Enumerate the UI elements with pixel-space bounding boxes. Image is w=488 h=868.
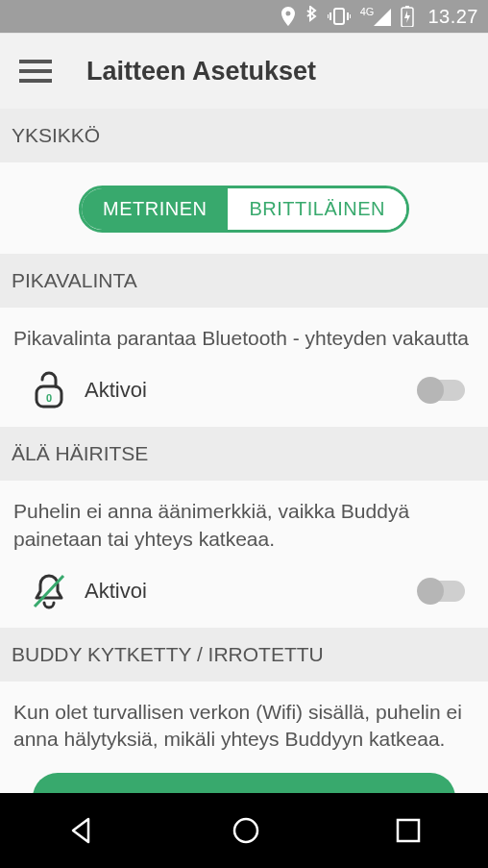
unit-segmented: METRINEN BRITTILÄINEN (79, 186, 409, 233)
svg-text:0: 0 (46, 392, 52, 404)
lock-open-icon: 0 (31, 371, 67, 409)
vibrate-icon (328, 7, 351, 26)
bell-off-icon (31, 572, 67, 610)
section-label-buddy: BUDDY KYTKETTY / IRROTETTU (0, 628, 488, 682)
nav-recents-button[interactable] (396, 818, 421, 843)
quick-desc: Pikavalinta parantaa Bluetooth - yhteyde… (13, 325, 475, 352)
battery-charging-icon (401, 6, 414, 27)
svg-rect-0 (334, 9, 344, 24)
location-icon (281, 7, 295, 26)
menu-button[interactable] (19, 60, 52, 83)
quick-toggle-label: Aktivoi (85, 378, 402, 403)
nav-home-button[interactable] (232, 816, 260, 845)
svg-rect-7 (398, 820, 419, 841)
dnd-toggle[interactable] (419, 581, 465, 602)
android-statusbar: 4G 13.27 (0, 0, 488, 33)
android-navbar (0, 793, 488, 868)
card-dnd: Puhelin ei anna äänimerkkiä, vaikka Budd… (0, 481, 488, 628)
section-label-quick: PIKAVALINTA (0, 254, 488, 308)
nav-back-button[interactable] (67, 816, 96, 845)
settings-scroll[interactable]: YKSIKKÖ METRINEN BRITTILÄINEN PIKAVALINT… (0, 109, 488, 793)
section-label-dnd: ÄLÄ HÄIRITSE (0, 427, 488, 481)
dnd-toggle-label: Aktivoi (85, 579, 402, 604)
unit-option-metric[interactable]: METRINEN (82, 188, 228, 230)
card-quick: Pikavalinta parantaa Bluetooth - yhteyde… (0, 308, 488, 427)
clock-time: 13.27 (427, 6, 478, 28)
dnd-desc: Puhelin ei anna äänimerkkiä, vaikka Budd… (13, 498, 475, 553)
edit-trusted-networks-button[interactable]: MUOKKAA TURVALLISIA VERKKOJA (33, 773, 454, 793)
page-title: Laitteen Asetukset (86, 57, 316, 87)
cellular-signal-icon: 4G (360, 7, 392, 26)
bluetooth-icon (305, 6, 318, 27)
card-unit: METRINEN BRITTILÄINEN (0, 162, 488, 254)
svg-point-6 (234, 819, 257, 842)
buddy-desc: Kun olet turvallisen verkon (Wifi) sisäl… (13, 699, 475, 754)
unit-option-imperial[interactable]: BRITTILÄINEN (228, 188, 406, 230)
quick-toggle[interactable] (419, 380, 465, 401)
card-buddy: Kun olet turvallisen verkon (Wifi) sisäl… (0, 682, 488, 793)
cellular-label: 4G (360, 7, 375, 16)
svg-rect-2 (405, 6, 409, 8)
quick-toggle-row: 0 Aktivoi (13, 371, 475, 409)
app-header: Laitteen Asetukset (0, 33, 488, 109)
dnd-toggle-row: Aktivoi (13, 572, 475, 610)
section-label-unit: YKSIKKÖ (0, 109, 488, 162)
